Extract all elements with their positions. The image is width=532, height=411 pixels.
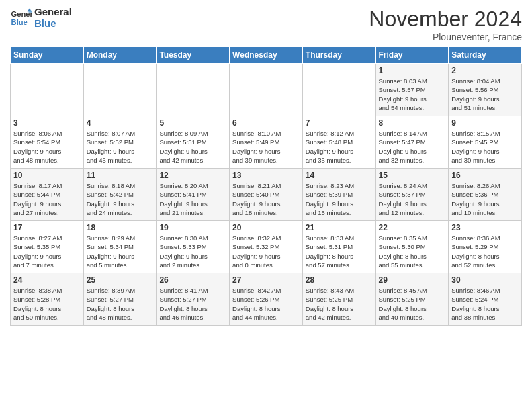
day-number: 8 <box>379 118 446 128</box>
day-cell: 18Sunrise: 8:29 AM Sunset: 5:34 PM Dayli… <box>83 221 157 273</box>
day-info: Sunrise: 8:27 AM Sunset: 5:35 PM Dayligh… <box>13 234 81 269</box>
day-cell: 5Sunrise: 8:09 AM Sunset: 5:51 PM Daylig… <box>157 116 230 169</box>
day-number: 3 <box>13 118 81 128</box>
week-row-0: 1Sunrise: 8:03 AM Sunset: 5:57 PM Daylig… <box>11 64 522 116</box>
day-cell: 21Sunrise: 8:33 AM Sunset: 5:31 PM Dayli… <box>302 221 375 273</box>
day-number: 29 <box>379 275 446 285</box>
day-number: 9 <box>451 118 519 128</box>
day-number: 10 <box>13 171 81 180</box>
day-cell: 28Sunrise: 8:43 AM Sunset: 5:25 PM Dayli… <box>302 273 375 326</box>
day-info: Sunrise: 8:09 AM Sunset: 5:51 PM Dayligh… <box>159 129 226 165</box>
day-number: 18 <box>87 223 154 232</box>
day-info: Sunrise: 8:03 AM Sunset: 5:57 PM Dayligh… <box>379 77 446 112</box>
day-info: Sunrise: 8:15 AM Sunset: 5:45 PM Dayligh… <box>451 129 519 165</box>
day-number: 12 <box>159 171 226 180</box>
day-info: Sunrise: 8:12 AM Sunset: 5:48 PM Dayligh… <box>306 129 373 165</box>
day-cell <box>157 64 230 116</box>
month-title: November 2024 <box>369 7 522 32</box>
day-cell: 6Sunrise: 8:10 AM Sunset: 5:49 PM Daylig… <box>230 116 303 169</box>
day-info: Sunrise: 8:38 AM Sunset: 5:28 PM Dayligh… <box>13 286 81 322</box>
logo: General Blue General Blue <box>10 7 72 29</box>
day-number: 19 <box>159 223 226 232</box>
day-number: 4 <box>87 118 154 128</box>
col-header-wednesday: Wednesday <box>230 47 303 64</box>
day-cell: 14Sunrise: 8:23 AM Sunset: 5:39 PM Dayli… <box>302 169 375 221</box>
day-cell: 30Sunrise: 8:46 AM Sunset: 5:24 PM Dayli… <box>449 273 522 326</box>
day-cell: 17Sunrise: 8:27 AM Sunset: 5:35 PM Dayli… <box>11 221 84 273</box>
day-info: Sunrise: 8:20 AM Sunset: 5:41 PM Dayligh… <box>159 181 226 217</box>
col-header-tuesday: Tuesday <box>157 47 230 64</box>
day-cell: 11Sunrise: 8:18 AM Sunset: 5:42 PM Dayli… <box>83 169 157 221</box>
day-cell: 3Sunrise: 8:06 AM Sunset: 5:54 PM Daylig… <box>11 116 84 169</box>
day-number: 6 <box>232 118 300 128</box>
day-cell: 27Sunrise: 8:42 AM Sunset: 5:26 PM Dayli… <box>230 273 303 326</box>
col-header-sunday: Sunday <box>11 47 84 64</box>
day-cell: 29Sunrise: 8:45 AM Sunset: 5:25 PM Dayli… <box>375 273 449 326</box>
day-number: 25 <box>87 275 154 285</box>
week-row-4: 24Sunrise: 8:38 AM Sunset: 5:28 PM Dayli… <box>11 273 522 326</box>
col-header-friday: Friday <box>375 47 449 64</box>
day-cell: 15Sunrise: 8:24 AM Sunset: 5:37 PM Dayli… <box>375 169 449 221</box>
svg-text:Blue: Blue <box>11 17 28 26</box>
day-info: Sunrise: 8:29 AM Sunset: 5:34 PM Dayligh… <box>87 234 154 269</box>
day-cell <box>11 64 84 116</box>
day-cell: 7Sunrise: 8:12 AM Sunset: 5:48 PM Daylig… <box>302 116 375 169</box>
day-number: 7 <box>306 118 373 128</box>
day-info: Sunrise: 8:17 AM Sunset: 5:44 PM Dayligh… <box>13 181 81 217</box>
day-cell <box>83 64 157 116</box>
day-number: 27 <box>232 275 300 285</box>
day-number: 2 <box>451 66 519 75</box>
day-cell <box>230 64 303 116</box>
day-cell: 1Sunrise: 8:03 AM Sunset: 5:57 PM Daylig… <box>375 64 449 116</box>
day-info: Sunrise: 8:43 AM Sunset: 5:25 PM Dayligh… <box>306 286 373 322</box>
col-header-thursday: Thursday <box>302 47 375 64</box>
day-number: 1 <box>379 66 446 75</box>
day-number: 23 <box>451 223 519 232</box>
day-info: Sunrise: 8:32 AM Sunset: 5:32 PM Dayligh… <box>232 234 300 269</box>
day-info: Sunrise: 8:06 AM Sunset: 5:54 PM Dayligh… <box>13 129 81 165</box>
day-info: Sunrise: 8:07 AM Sunset: 5:52 PM Dayligh… <box>87 129 154 165</box>
day-cell: 12Sunrise: 8:20 AM Sunset: 5:41 PM Dayli… <box>157 169 230 221</box>
day-info: Sunrise: 8:36 AM Sunset: 5:29 PM Dayligh… <box>451 234 519 269</box>
day-info: Sunrise: 8:04 AM Sunset: 5:56 PM Dayligh… <box>451 77 519 112</box>
day-number: 30 <box>451 275 519 285</box>
day-number: 11 <box>87 171 154 180</box>
day-info: Sunrise: 8:46 AM Sunset: 5:24 PM Dayligh… <box>451 286 519 322</box>
day-cell: 19Sunrise: 8:30 AM Sunset: 5:33 PM Dayli… <box>157 221 230 273</box>
day-number: 16 <box>451 171 519 180</box>
day-info: Sunrise: 8:14 AM Sunset: 5:47 PM Dayligh… <box>379 129 446 165</box>
logo-icon: General Blue <box>10 7 32 29</box>
week-row-3: 17Sunrise: 8:27 AM Sunset: 5:35 PM Dayli… <box>11 221 522 273</box>
day-cell: 10Sunrise: 8:17 AM Sunset: 5:44 PM Dayli… <box>11 169 84 221</box>
day-info: Sunrise: 8:41 AM Sunset: 5:27 PM Dayligh… <box>159 286 226 322</box>
day-info: Sunrise: 8:24 AM Sunset: 5:37 PM Dayligh… <box>379 181 446 217</box>
day-cell: 23Sunrise: 8:36 AM Sunset: 5:29 PM Dayli… <box>449 221 522 273</box>
day-number: 21 <box>306 223 373 232</box>
day-cell <box>302 64 375 116</box>
day-cell: 8Sunrise: 8:14 AM Sunset: 5:47 PM Daylig… <box>375 116 449 169</box>
week-row-2: 10Sunrise: 8:17 AM Sunset: 5:44 PM Dayli… <box>11 169 522 221</box>
day-cell: 20Sunrise: 8:32 AM Sunset: 5:32 PM Dayli… <box>230 221 303 273</box>
day-info: Sunrise: 8:45 AM Sunset: 5:25 PM Dayligh… <box>379 286 446 322</box>
day-cell: 2Sunrise: 8:04 AM Sunset: 5:56 PM Daylig… <box>449 64 522 116</box>
day-number: 28 <box>306 275 373 285</box>
day-info: Sunrise: 8:30 AM Sunset: 5:33 PM Dayligh… <box>159 234 226 269</box>
header: General Blue General Blue November 2024 … <box>10 7 522 42</box>
day-number: 17 <box>13 223 81 232</box>
week-row-1: 3Sunrise: 8:06 AM Sunset: 5:54 PM Daylig… <box>11 116 522 169</box>
calendar-table: SundayMondayTuesdayWednesdayThursdayFrid… <box>10 46 522 326</box>
day-cell: 13Sunrise: 8:21 AM Sunset: 5:40 PM Dayli… <box>230 169 303 221</box>
title-block: November 2024 Plouneventer, France <box>369 7 522 42</box>
col-header-monday: Monday <box>83 47 157 64</box>
day-cell: 4Sunrise: 8:07 AM Sunset: 5:52 PM Daylig… <box>83 116 157 169</box>
day-info: Sunrise: 8:35 AM Sunset: 5:30 PM Dayligh… <box>379 234 446 269</box>
day-number: 24 <box>13 275 81 285</box>
location: Plouneventer, France <box>369 32 522 42</box>
header-row: SundayMondayTuesdayWednesdayThursdayFrid… <box>11 47 522 64</box>
day-number: 22 <box>379 223 446 232</box>
day-info: Sunrise: 8:26 AM Sunset: 5:36 PM Dayligh… <box>451 181 519 217</box>
day-cell: 24Sunrise: 8:38 AM Sunset: 5:28 PM Dayli… <box>11 273 84 326</box>
day-cell: 16Sunrise: 8:26 AM Sunset: 5:36 PM Dayli… <box>449 169 522 221</box>
day-info: Sunrise: 8:18 AM Sunset: 5:42 PM Dayligh… <box>87 181 154 217</box>
col-header-saturday: Saturday <box>449 47 522 64</box>
